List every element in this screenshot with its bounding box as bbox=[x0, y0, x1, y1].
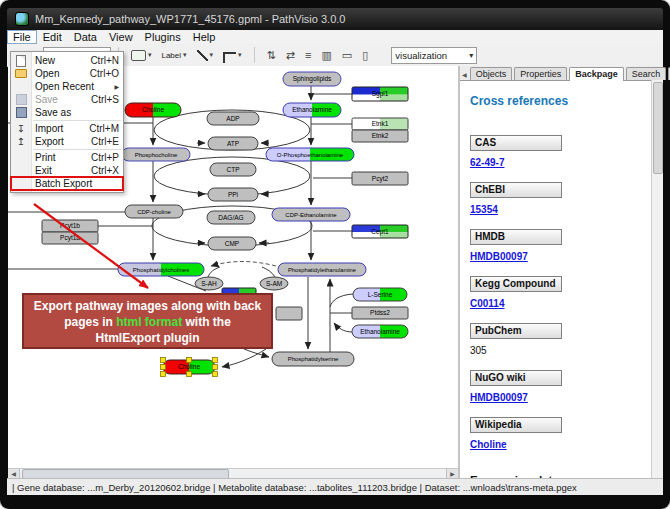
backpage-section-pubchem: PubChem305 bbox=[470, 323, 652, 370]
common-height-icon[interactable]: ▯ bbox=[362, 49, 368, 62]
cross-references-heading: Cross references bbox=[470, 94, 652, 108]
file-menu-item-open-recent[interactable]: Open Recent▶ bbox=[11, 80, 123, 93]
file-menu-item-save[interactable]: SaveCtrl+S bbox=[11, 93, 123, 106]
visualization-select[interactable]: visualization ▾ bbox=[391, 47, 477, 64]
align-center-horizontal-icon[interactable]: ⇄ bbox=[286, 49, 295, 62]
distribute-columns-icon[interactable]: ▥ bbox=[321, 49, 331, 62]
menu-data[interactable]: Data bbox=[68, 30, 103, 44]
node-pcyt1a[interactable]: Pcyt1a bbox=[42, 232, 98, 244]
node-ethanolamine-top[interactable]: Ethanolamine bbox=[283, 103, 341, 117]
selection-handle[interactable] bbox=[213, 358, 218, 363]
tab-backpage[interactable]: Backpage bbox=[569, 67, 624, 81]
node-etnk2[interactable]: Etnk2 bbox=[352, 130, 408, 142]
selection-handle[interactable] bbox=[213, 372, 218, 377]
pathvisio-window: Mm_Kennedy_pathway_WP1771_45176.gpml - P… bbox=[0, 0, 670, 509]
menu-edit[interactable]: Edit bbox=[37, 30, 68, 44]
file-menu-item-import[interactable]: ↧ImportCtrl+M bbox=[11, 122, 123, 135]
selection-handle[interactable] bbox=[187, 372, 192, 377]
common-width-icon[interactable]: ▭ bbox=[342, 49, 352, 62]
node-phosphocholine[interactable]: Phosphocholine bbox=[122, 148, 190, 161]
callout-line1: Export pathway images along with back bbox=[24, 299, 271, 315]
new-datanode-button[interactable]: ▾ bbox=[128, 46, 155, 64]
node-cdp-ethanolamine[interactable]: CDP-Ethanolamine bbox=[272, 208, 350, 221]
file-menu-item-export[interactable]: ↥ExportCtrl+E bbox=[11, 135, 123, 148]
new-connector-button[interactable]: ▾ bbox=[220, 46, 245, 64]
node-gene-box-partial[interactable] bbox=[276, 307, 302, 320]
selection-handle[interactable] bbox=[161, 372, 166, 377]
node-adp[interactable]: ADP bbox=[207, 112, 259, 125]
pathway-edge[interactable] bbox=[208, 267, 220, 277]
pathway-edge[interactable] bbox=[222, 349, 266, 367]
node-ethanolamine-bottom[interactable]: Ethanolamine bbox=[352, 325, 408, 338]
new-line-button[interactable]: ▾ bbox=[194, 46, 217, 64]
distribute-rows-icon[interactable]: ≡ bbox=[305, 49, 311, 61]
xref-link[interactable]: HMDB00097 bbox=[470, 392, 528, 403]
xref-link[interactable]: HMDB00097 bbox=[470, 251, 528, 262]
file-menu-item-new[interactable]: NewCtrl+N bbox=[11, 54, 123, 67]
menu-help[interactable]: Help bbox=[187, 30, 222, 44]
node-dag[interactable]: DAG/AG bbox=[207, 211, 255, 224]
pathway-edge[interactable] bbox=[211, 262, 276, 267]
xref-link[interactable]: 62-49-7 bbox=[470, 157, 504, 168]
node-label: L-Serine bbox=[368, 291, 393, 298]
node-choline-selected[interactable]: Choline bbox=[161, 358, 218, 377]
selection-handle[interactable] bbox=[187, 358, 192, 363]
menu-file[interactable]: File bbox=[7, 30, 37, 44]
node-sam[interactable]: S-AM bbox=[260, 277, 288, 290]
selection-handle[interactable] bbox=[161, 365, 166, 370]
node-l-serine[interactable]: L-Serine bbox=[353, 288, 407, 301]
menu-view[interactable]: View bbox=[103, 30, 139, 44]
selection-handle[interactable] bbox=[213, 365, 218, 370]
node-phosphatidylserine[interactable]: Phosphatidylserine bbox=[272, 352, 354, 366]
tab-search[interactable]: Search bbox=[626, 67, 667, 80]
menu-item-label: Save bbox=[35, 94, 58, 105]
pathway-edge[interactable] bbox=[244, 349, 269, 357]
new-label-button[interactable]: Label ▾ bbox=[158, 46, 189, 64]
file-menu-item-open[interactable]: OpenCtrl+O bbox=[11, 67, 123, 80]
section-header: CAS bbox=[470, 135, 562, 151]
node-o-phosphoethanolamine[interactable]: O-Phosphoethanolamine bbox=[266, 148, 354, 161]
section-header: ChEBI bbox=[470, 182, 562, 198]
node-sah[interactable]: S-AH bbox=[195, 277, 223, 290]
chevron-down-icon: ▾ bbox=[183, 51, 187, 59]
menu-plugins[interactable]: Plugins bbox=[139, 30, 187, 44]
menu-item-label: Open bbox=[35, 68, 59, 79]
node-pcyt1b[interactable]: Pcyt1b bbox=[42, 220, 98, 232]
file-menu-item-print[interactable]: PrintCtrl+P bbox=[11, 151, 123, 164]
xref-link[interactable]: C00114 bbox=[470, 298, 504, 309]
node-cmp[interactable]: CMP bbox=[208, 237, 256, 250]
node-phosphatidylethanolamine[interactable]: Phosphatidylethanolamine bbox=[278, 263, 366, 276]
node-etnk1[interactable]: Etnk1 bbox=[352, 118, 408, 130]
sidebar-scrollbar[interactable] bbox=[651, 80, 663, 478]
xref-link[interactable]: Choline bbox=[470, 439, 507, 450]
line-icon bbox=[197, 50, 208, 61]
node-ppi[interactable]: PPi bbox=[208, 188, 258, 201]
node-ptdss2[interactable]: Ptdss2 bbox=[352, 307, 408, 319]
file-menu-item-save-as[interactable]: Save as bbox=[11, 106, 123, 119]
node-cdp-choline[interactable]: CDP-choline bbox=[125, 205, 183, 218]
tab-properties[interactable]: Properties bbox=[514, 67, 567, 80]
tab-objects[interactable]: Objects bbox=[470, 67, 513, 80]
pathway-edge[interactable] bbox=[262, 267, 275, 277]
menu-item-shortcut: Ctrl+E bbox=[91, 136, 119, 147]
node-sphingolipids[interactable]: Sphingolipids bbox=[283, 72, 341, 86]
node-label: S-AH bbox=[201, 280, 217, 287]
node-label: Ptdss2 bbox=[370, 309, 390, 316]
node-choline-top[interactable]: Choline bbox=[125, 103, 181, 117]
node-sgpl1[interactable]: Sgpl1 bbox=[352, 87, 408, 101]
menu-item-shortcut: Ctrl+P bbox=[91, 152, 119, 163]
node-pcyt2[interactable]: Pcyt2 bbox=[352, 172, 408, 185]
node-atp[interactable]: ATP bbox=[208, 137, 258, 150]
pathway-edge[interactable] bbox=[334, 323, 352, 332]
pathway-edge[interactable] bbox=[330, 294, 353, 307]
scrollbar-thumb[interactable] bbox=[653, 82, 663, 174]
node-phosphatidylcholines[interactable]: Phosphatidylcholines bbox=[118, 263, 204, 276]
file-menu-item-batch-export[interactable]: Batch Export bbox=[11, 177, 123, 190]
sidebar-collapse-button[interactable]: ◀ bbox=[462, 71, 467, 78]
align-center-vertical-icon[interactable]: ⇅ bbox=[267, 49, 276, 62]
selection-handle[interactable] bbox=[161, 358, 166, 363]
file-menu-item-exit[interactable]: ExitCtrl+X bbox=[11, 164, 123, 177]
xref-link[interactable]: 15354 bbox=[470, 204, 498, 215]
node-ctp[interactable]: CTP bbox=[210, 163, 256, 176]
node-cept1[interactable]: Cept1 bbox=[352, 225, 408, 238]
